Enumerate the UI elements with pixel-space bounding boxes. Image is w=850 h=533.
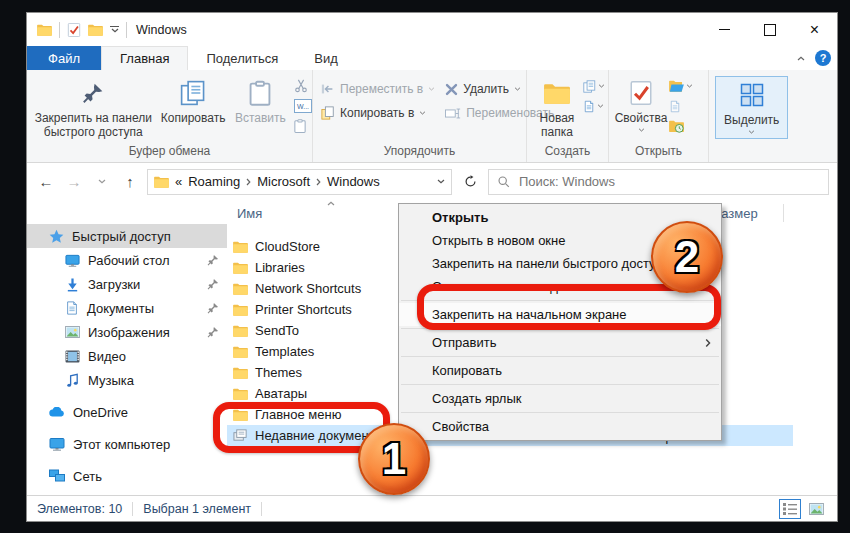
tab-home[interactable]: Главная bbox=[101, 46, 188, 70]
thumbnail-view-button[interactable] bbox=[805, 499, 827, 519]
breadcrumb-microsoft[interactable]: Microsoft bbox=[257, 174, 310, 189]
close-button[interactable]: × bbox=[792, 13, 837, 46]
search-box[interactable] bbox=[488, 169, 829, 195]
search-input[interactable] bbox=[517, 173, 820, 190]
submenu-arrow-icon bbox=[705, 338, 711, 348]
select-button[interactable]: Выделить bbox=[715, 76, 788, 139]
sidebar-item-desktop[interactable]: Рабочий стол bbox=[27, 248, 227, 272]
move-to-button[interactable]: Переместить в bbox=[321, 82, 435, 96]
new-item-icon bbox=[583, 80, 596, 93]
search-icon bbox=[497, 175, 510, 188]
recent-locations-icon[interactable] bbox=[91, 179, 113, 184]
menu-item-copy[interactable]: Копировать bbox=[399, 359, 721, 382]
star-icon bbox=[49, 229, 64, 244]
group-label-clipboard: Буфер обмена bbox=[27, 144, 312, 162]
rename-icon bbox=[445, 108, 461, 119]
minimize-icon bbox=[719, 29, 730, 30]
network-icon bbox=[49, 469, 65, 483]
breadcrumb-windows[interactable]: Windows bbox=[327, 174, 380, 189]
open-button[interactable] bbox=[669, 78, 693, 94]
computer-icon bbox=[49, 436, 65, 452]
sidebar-item-quick-access[interactable]: Быстрый доступ bbox=[27, 224, 227, 248]
sidebar-item-network[interactable]: Сеть bbox=[27, 464, 227, 488]
paste-button[interactable]: Вставить bbox=[231, 74, 290, 126]
pinned-icon bbox=[207, 254, 219, 266]
refresh-button[interactable] bbox=[458, 169, 482, 195]
scissors-icon bbox=[294, 79, 308, 93]
sidebar-item-music[interactable]: Музыка bbox=[27, 368, 227, 392]
chevron-down-icon bbox=[748, 130, 755, 134]
maximize-button[interactable] bbox=[747, 13, 792, 46]
sidebar-item-downloads[interactable]: Загрузки bbox=[27, 272, 227, 296]
easy-access-button[interactable] bbox=[583, 98, 604, 114]
pinned-icon bbox=[207, 278, 219, 290]
copy-to-button[interactable]: Копировать в bbox=[321, 106, 435, 120]
history-icon bbox=[669, 120, 684, 133]
menu-item-properties[interactable]: Свойства bbox=[399, 415, 721, 438]
sidebar-item-pictures[interactable]: Изображения bbox=[27, 320, 227, 344]
forward-button[interactable]: → bbox=[63, 173, 85, 190]
title-bar: Windows × bbox=[27, 13, 837, 46]
menu-item-create-shortcut[interactable]: Создать ярлык bbox=[399, 387, 721, 410]
menu-separator bbox=[401, 384, 719, 385]
ribbon-group-select: Выделить bbox=[709, 70, 795, 162]
picture-icon bbox=[65, 326, 80, 338]
help-icon[interactable]: ? bbox=[815, 50, 831, 66]
new-folder-icon[interactable] bbox=[88, 24, 103, 36]
details-view-button[interactable] bbox=[779, 499, 801, 519]
maximize-icon bbox=[764, 24, 776, 36]
menu-item-send-to[interactable]: Отправить bbox=[399, 331, 721, 354]
column-header-name[interactable]: Имя bbox=[237, 206, 262, 221]
copy-path-icon: W... bbox=[294, 99, 312, 113]
folder-icon bbox=[233, 325, 248, 337]
properties-icon[interactable] bbox=[67, 23, 81, 37]
collapse-ribbon-icon[interactable] bbox=[797, 56, 805, 61]
new-folder-button[interactable]: Новая папка bbox=[531, 74, 583, 140]
pin-to-quick-access-button[interactable]: Закрепить на панели быстрого доступа bbox=[31, 74, 156, 140]
edit-button[interactable] bbox=[669, 98, 681, 114]
customize-qat-icon[interactable] bbox=[110, 26, 119, 33]
address-dropdown-icon[interactable] bbox=[437, 179, 445, 184]
chevron-down-icon bbox=[638, 128, 645, 132]
details-view-icon bbox=[783, 503, 797, 515]
move-to-icon bbox=[321, 82, 335, 96]
tab-share[interactable]: Поделиться bbox=[188, 46, 296, 70]
up-button[interactable]: ↑ bbox=[119, 173, 141, 190]
chevron-down-icon bbox=[686, 84, 693, 88]
history-button[interactable] bbox=[669, 118, 684, 134]
desktop-icon bbox=[65, 253, 80, 268]
breadcrumb-roaming[interactable]: Roaming bbox=[188, 174, 240, 189]
menu-separator bbox=[401, 412, 719, 413]
divider bbox=[126, 22, 127, 38]
sidebar-item-this-pc[interactable]: Этот компьютер bbox=[27, 432, 227, 456]
paste-shortcut-button[interactable] bbox=[294, 118, 306, 134]
chevron-down-icon bbox=[597, 104, 604, 108]
minimize-button[interactable] bbox=[702, 13, 747, 46]
items-count: Элементов: 10 bbox=[37, 502, 122, 516]
copy-button[interactable]: Копировать bbox=[156, 74, 231, 126]
breadcrumb[interactable]: « Roaming Microsoft Windows bbox=[147, 169, 452, 195]
new-item-button[interactable] bbox=[583, 78, 605, 94]
sidebar-item-onedrive[interactable]: OneDrive bbox=[27, 400, 227, 424]
group-label-new: Создать bbox=[527, 144, 608, 162]
ribbon-group-open: Свойства Открыть bbox=[609, 70, 709, 162]
tab-file[interactable]: Файл bbox=[27, 46, 101, 70]
back-button[interactable]: ← bbox=[35, 173, 57, 190]
copy-path-button[interactable]: W... bbox=[294, 98, 312, 114]
folder-icon bbox=[233, 262, 248, 274]
divider bbox=[132, 502, 133, 516]
properties-button[interactable]: Свойства bbox=[613, 74, 669, 132]
film-icon bbox=[65, 350, 80, 363]
divider bbox=[59, 22, 60, 38]
column-divider[interactable] bbox=[783, 204, 784, 222]
folder-icon bbox=[154, 176, 169, 188]
select-grid-icon bbox=[740, 79, 764, 111]
sidebar-item-documents[interactable]: Документы bbox=[27, 296, 227, 320]
sidebar-item-videos[interactable]: Видео bbox=[27, 344, 227, 368]
chevron-down-icon bbox=[419, 111, 426, 115]
folder-icon[interactable] bbox=[37, 24, 52, 36]
cut-button[interactable] bbox=[294, 78, 308, 94]
sort-ascending-icon[interactable] bbox=[327, 201, 335, 206]
tab-view[interactable]: Вид bbox=[296, 46, 356, 70]
breadcrumb-overflow[interactable]: « bbox=[175, 174, 182, 189]
